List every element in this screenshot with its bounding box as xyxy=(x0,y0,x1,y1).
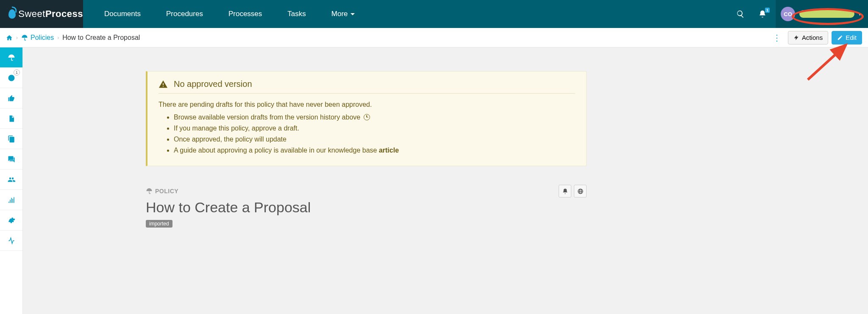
breadcrumb-policies[interactable]: Policies xyxy=(21,34,54,42)
thumbs-up-icon xyxy=(8,94,15,102)
sidebar-item-file[interactable] xyxy=(0,108,22,129)
notification-count-badge: 1 xyxy=(765,8,770,13)
document-title: How to Create a Proposal xyxy=(146,199,587,216)
alert-bullet: If you manage this policy, approve a dra… xyxy=(174,123,575,133)
document-tag: imported xyxy=(146,220,172,228)
no-approved-version-alert: No approved version There are pending dr… xyxy=(146,71,587,166)
nav-more[interactable]: More xyxy=(319,0,367,28)
logo-icon xyxy=(8,9,16,19)
alert-bullet: Browse available version drafts from the… xyxy=(174,112,575,122)
home-icon xyxy=(6,34,13,41)
avatar: CO xyxy=(781,7,795,21)
sidebar-item-approve[interactable] xyxy=(0,88,22,108)
nav-documents[interactable]: Documents xyxy=(92,0,153,28)
left-sidebar: 1 xyxy=(0,47,23,314)
search-button[interactable] xyxy=(732,6,748,22)
nav-tasks[interactable]: Tasks xyxy=(275,0,318,28)
main-content: No approved version There are pending dr… xyxy=(23,47,868,314)
sidebar-item-comments[interactable] xyxy=(0,149,22,170)
nav-processes[interactable]: Processes xyxy=(216,0,275,28)
primary-nav: Documents Procedures Processes Tasks Mor… xyxy=(83,0,732,28)
alert-intro: There are pending drafts for this policy… xyxy=(159,100,575,110)
file-icon xyxy=(8,115,15,122)
breadcrumb-current: How to Create a Proposal xyxy=(62,34,140,42)
bell-icon xyxy=(562,188,568,195)
bolt-icon xyxy=(793,35,799,41)
sidebar-item-settings[interactable] xyxy=(0,210,22,231)
actions-button[interactable]: Actions xyxy=(788,31,828,44)
top-navbar: SweetProcess Documents Procedures Proces… xyxy=(0,0,868,28)
breadcrumb-bar: › Policies › How to Create a Proposal ⋮ … xyxy=(0,28,868,47)
umbrella-icon xyxy=(21,34,28,41)
umbrella-icon xyxy=(146,188,153,195)
alert-bullet: Once approved, the policy will update xyxy=(174,134,575,144)
user-menu[interactable]: CO ▾ xyxy=(776,0,868,28)
sidebar-item-history[interactable]: 1 xyxy=(0,68,22,88)
breadcrumb: › Policies › How to Create a Proposal xyxy=(6,34,140,42)
visibility-button[interactable] xyxy=(574,185,587,197)
edit-button[interactable]: Edit xyxy=(832,31,862,44)
sidebar-item-stats[interactable] xyxy=(0,190,22,210)
more-options-button[interactable]: ⋮ xyxy=(769,31,785,44)
search-icon xyxy=(736,10,745,18)
notify-button[interactable] xyxy=(559,185,571,197)
alert-title: No approved version xyxy=(174,79,252,89)
chevron-down-icon: ▾ xyxy=(859,11,861,17)
page-actions: ⋮ Actions Edit xyxy=(769,31,862,44)
activity-icon xyxy=(8,237,15,245)
page-layout: 1 No appro xyxy=(0,47,868,314)
alert-article-link[interactable]: article xyxy=(379,147,399,154)
logo-text: SweetProcess xyxy=(18,8,83,19)
sidebar-item-activity[interactable] xyxy=(0,231,22,251)
breadcrumb-separator: › xyxy=(16,35,18,41)
edit-icon xyxy=(837,35,843,41)
sidebar-item-policy[interactable] xyxy=(0,47,22,68)
breadcrumb-home[interactable] xyxy=(6,34,13,41)
umbrella-icon xyxy=(8,54,15,61)
chart-icon xyxy=(8,196,15,204)
user-name-redacted xyxy=(799,10,854,18)
sidebar-item-copy[interactable] xyxy=(0,129,22,149)
warning-icon xyxy=(159,80,168,89)
clock-icon xyxy=(364,114,370,120)
notifications-button[interactable]: 1 xyxy=(754,6,771,22)
copy-icon xyxy=(8,135,15,143)
users-icon xyxy=(8,176,15,183)
nav-right: 1 xyxy=(732,0,776,28)
logo[interactable]: SweetProcess xyxy=(0,0,83,28)
breadcrumb-separator: › xyxy=(57,35,59,41)
chevron-down-icon xyxy=(351,13,355,15)
nav-procedures[interactable]: Procedures xyxy=(153,0,216,28)
alert-bullet: A guide about approving a policy is avai… xyxy=(174,145,575,156)
sidebar-item-team[interactable] xyxy=(0,170,22,190)
gear-icon xyxy=(8,217,15,224)
document-header: POLICY How to Create a Proposal imported xyxy=(146,185,587,228)
clock-icon xyxy=(8,74,15,82)
globe-icon xyxy=(577,188,584,195)
document-type-label: POLICY xyxy=(146,188,178,195)
comments-icon xyxy=(8,156,15,163)
sidebar-history-badge: 1 xyxy=(14,69,20,75)
